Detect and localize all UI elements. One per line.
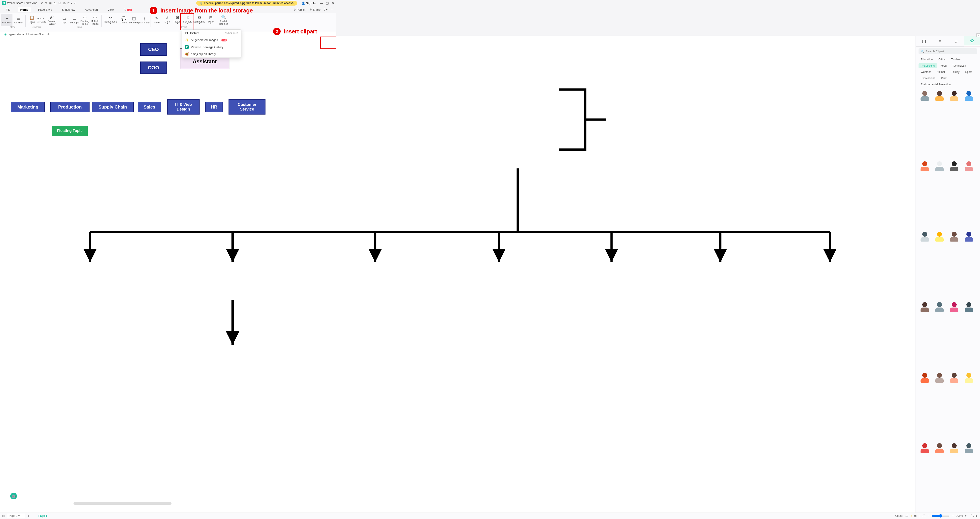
menu-view[interactable]: View (105, 7, 116, 12)
doc-icon: ◆ (5, 33, 6, 36)
numbering-icon: ☲ (197, 15, 201, 20)
callout-button[interactable]: 💬Callout (119, 14, 129, 26)
menu-page-style[interactable]: Page Style (35, 7, 55, 12)
paste-button[interactable]: 📋Paste▾ (27, 14, 37, 26)
summary-button[interactable]: }Summary (139, 14, 149, 26)
trial-text: The trial period has expired. Upgrade to… (204, 2, 294, 5)
menu-home[interactable]: Home (18, 7, 31, 12)
boundary-icon: ◫ (132, 16, 136, 21)
dd-ai-images[interactable]: ✨AI-generated ImagesHot (182, 37, 241, 43)
cart-icon: 🛒 (199, 2, 203, 5)
callout-icon: 💬 (121, 16, 126, 21)
minimize-icon[interactable]: — (320, 2, 323, 5)
clipboard-group-label: Clipboard (32, 26, 41, 28)
subtopic-icon: ▭ (73, 16, 76, 21)
brush-icon: 🖌 (50, 15, 54, 20)
find-icon: 🔍 (221, 15, 226, 20)
copy-icon: ⿻ (37, 21, 40, 23)
outliner-icon: ☰ (17, 16, 20, 21)
app-title: Wondershare EdrawMind (7, 2, 37, 5)
insert-group-label: Insert (181, 26, 187, 28)
export-icon[interactable]: ⇱ ▾ (67, 2, 72, 5)
node-sales[interactable]: Sales (138, 102, 161, 112)
menu-slideshow[interactable]: Slideshow (59, 7, 78, 12)
sign-in-label: Sign In (306, 2, 316, 5)
app-logo: M (2, 1, 6, 5)
mindmap-icon: ✦ (5, 16, 9, 21)
image-icon: 🖼 (185, 32, 188, 35)
sign-in-button[interactable]: 👤 Sign In (302, 2, 316, 5)
floating-icon: ▭ (83, 15, 87, 20)
relationship-button[interactable]: ↝Relationship▾ (103, 14, 118, 26)
close-icon[interactable]: ✕ (332, 2, 334, 5)
format-painter-button[interactable]: 🖌Format Painter (47, 14, 57, 26)
topic-button[interactable]: ▭Topic (59, 14, 69, 26)
canvas[interactable]: CEO COO Executive Assistant Marketing Pr… (0, 36, 336, 178)
topic-icon: ▭ (62, 16, 66, 21)
paste-icon: 📋 (29, 15, 34, 20)
more-button[interactable]: ⊞More▾ (206, 14, 216, 26)
unsaved-dot-icon: ● (42, 33, 44, 36)
numbering-button[interactable]: ☲Numbering▾ (193, 14, 205, 26)
floating-topic-button[interactable]: ▭Floating Topic (80, 14, 90, 26)
publish-button[interactable]: ✈ Publish (294, 8, 306, 11)
cut-icon: ✂ (37, 17, 39, 20)
node-hr[interactable]: HR (205, 102, 223, 112)
note-button[interactable]: ✎Note (152, 14, 162, 26)
menu-advanced[interactable]: Advanced (82, 7, 100, 12)
emoji-icon: 🥰 (185, 53, 189, 56)
save-icon[interactable]: 🖫 (58, 2, 61, 5)
share-button[interactable]: ⚘ Share (309, 8, 320, 11)
picture-dropdown: 🖼PictureCtrl+Shift+P ✨AI-generated Image… (182, 29, 242, 58)
more-icon: ⊞ (209, 15, 213, 20)
picture-icon: 🖼 (175, 15, 180, 20)
annotation-1: 1Insert image from the local storage (150, 7, 253, 14)
window-controls: — ▢ ✕ (320, 2, 334, 5)
topic-group-label: Topic (77, 26, 82, 28)
outliner-button[interactable]: ☰Outliner (13, 14, 24, 26)
annotation-2: 2Insert clipart (273, 28, 317, 35)
cut-button[interactable]: ✂Cut (37, 17, 46, 20)
trial-banner[interactable]: 🛒 The trial period has expired. Upgrade … (196, 1, 297, 6)
node-it-web[interactable]: IT & Web Design (167, 99, 200, 115)
node-customer-service[interactable]: Customer Service (229, 99, 266, 115)
dd-picture[interactable]: 🖼PictureCtrl+Shift+P (182, 30, 241, 37)
picture-button[interactable]: 🖼Picture▾ (173, 14, 182, 26)
mindmap-button[interactable]: ✦MindMap (2, 14, 13, 26)
more-qa-icon[interactable]: ▾ (74, 2, 76, 5)
formula-icon: Σ (186, 15, 189, 20)
help-icon[interactable]: ? ▾ (324, 8, 328, 11)
mark-button[interactable]: ☺Mark▾ (162, 14, 172, 26)
dd-pexels[interactable]: PPexels HD Image Gallery (182, 43, 241, 51)
open-icon[interactable]: 🗁 (54, 2, 56, 5)
node-floating-topic[interactable]: Floating Topic (52, 126, 88, 136)
formula-button[interactable]: ΣFormula▾ (183, 14, 192, 26)
node-marketing[interactable]: Marketing (11, 102, 45, 112)
multiple-topics-button[interactable]: ▭Multiple Topics (90, 14, 100, 26)
note-icon: ✎ (155, 16, 159, 21)
dd-emoji[interactable]: 🥰emoji clip art library (182, 51, 241, 57)
boundary-button[interactable]: ◫Boundary (129, 14, 139, 26)
mode-group-label: Mode (10, 26, 15, 28)
doc-tab-label: organizationa...ll business 3 (8, 33, 41, 36)
menu-file[interactable]: File (3, 7, 13, 12)
node-supply-chain[interactable]: Supply Chain (92, 102, 134, 112)
user-icon: 👤 (302, 2, 305, 5)
subtopic-button[interactable]: ▭Subtopic (70, 14, 80, 26)
maximize-icon[interactable]: ▢ (326, 2, 329, 5)
node-production[interactable]: Production (50, 102, 89, 112)
find-replace-button[interactable]: 🔍Find & Replace (219, 14, 229, 26)
copy-button[interactable]: ⿻Copy (37, 21, 46, 23)
node-coo[interactable]: COO (140, 62, 167, 74)
new-icon[interactable]: ⊞ (49, 2, 52, 5)
mark-icon: ☺ (165, 15, 169, 20)
menu-ai[interactable]: AIHot (121, 7, 135, 12)
sparkle-icon: ✨ (185, 38, 189, 42)
multiple-icon: ▭ (93, 15, 97, 20)
print-icon[interactable]: 🖶 (63, 2, 66, 5)
title-bar: M Wondershare EdrawMind ↶ ↷ ⊞ 🗁 🖫 🖶 ⇱ ▾ … (0, 0, 336, 6)
undo-icon[interactable]: ↶ (41, 2, 43, 5)
redo-icon[interactable]: ↷ (45, 2, 48, 5)
node-ceo[interactable]: CEO (140, 43, 167, 56)
collapse-ribbon-icon[interactable]: ⌃ (331, 8, 333, 11)
